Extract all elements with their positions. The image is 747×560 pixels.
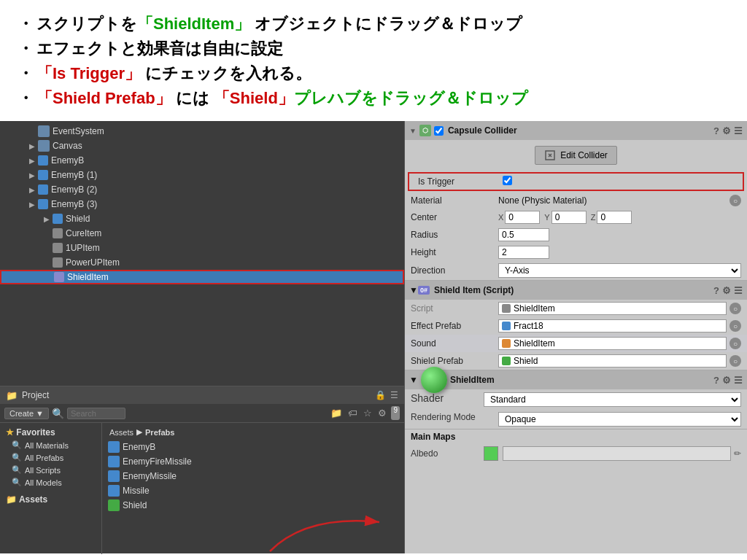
shader-row: Shader Standard [405,389,747,410]
prefab-icon [108,470,120,482]
hierarchy-item-enemyb1[interactable]: ▶ EnemyB (1) [0,168,404,182]
effect-prefab-row: Effect Prefab Fract18 ○ [405,317,747,335]
rendering-mode-label: Rendering Mode [411,412,498,427]
hierarchy-item-enemyb3[interactable]: ▶ EnemyB (3) [0,197,404,211]
material-header-actions: ? ⚙ ☰ [713,375,743,386]
is-trigger-checkbox[interactable] [503,176,512,185]
radius-input[interactable] [498,228,549,241]
hierarchy-item-enemyb[interactable]: ▶ EnemyB [0,153,404,168]
albedo-color-swatch[interactable] [484,446,498,461]
left-panel: EventSystem ▶ Canvas ▶ EnemyB ▶ EnemyB (… [0,121,405,553]
tag-icon[interactable]: 🏷 [347,406,359,420]
pencil-icon[interactable]: ✏ [734,448,741,459]
help-icon[interactable]: ? [713,285,719,296]
collapse-arrow[interactable]: ▼ [409,285,418,295]
fav-item-scripts[interactable]: 🔍 All Scripts [0,464,101,476]
create-button[interactable]: Create ▼ [4,408,49,419]
star-icon[interactable]: ☆ [362,406,374,420]
hierarchy-item-canvas[interactable]: ▶ Canvas [0,139,404,153]
albedo-texture-slot[interactable] [503,446,731,461]
hierarchy-label: ShieldItem [67,272,109,282]
help-icon[interactable]: ? [713,125,719,136]
hierarchy-label: 1UPItem [66,243,100,253]
folder-icon[interactable]: 📁 [329,406,344,420]
hierarchy-label: Canvas [53,141,82,151]
more-icon[interactable]: ☰ [734,125,743,136]
material-picker-button[interactable]: ○ [729,195,741,206]
settings-icon[interactable]: ⚙ [722,125,731,136]
shader-select[interactable]: Standard [484,392,741,407]
collider-enabled-checkbox[interactable] [434,126,444,136]
settings-icon[interactable]: ⚙ [722,285,731,296]
search-icon: 🔍 [12,440,22,450]
y-label: Y [544,213,549,222]
material-value: None (Physic Material) [498,195,727,206]
top-text: スクリプトを「ShieldItem」 オブジェクトにドラッグ＆ドロップ エフェク… [0,0,747,121]
height-input[interactable] [498,246,549,259]
sound-picker-button[interactable]: ○ [729,338,741,349]
center-x-input[interactable] [505,211,540,224]
fav-item-prefabs[interactable]: 🔍 All Prefabs [0,451,101,464]
hierarchy-label: EnemyB (3) [51,199,97,209]
fav-item-materials[interactable]: 🔍 All Materials [0,439,101,451]
hierarchy-item-eventsystem[interactable]: EventSystem [0,124,404,139]
audio-icon [502,339,511,348]
is-trigger-row: Is Trigger [408,172,744,191]
center-z-field: Z [591,211,632,224]
asset-item-enemyfiremissile[interactable]: EnemyFireMissile [108,454,398,469]
fav-item-models[interactable]: 🔍 All Models [0,476,101,489]
sound-ref[interactable]: ShieldItem [498,337,727,350]
more-icon[interactable]: ☰ [734,375,743,386]
project-content: ★ Favorites 🔍 All Materials 🔍 All Prefab… [0,423,404,554]
shield-prefab-picker-button[interactable]: ○ [729,355,741,367]
material-row: Material None (Physic Material) ○ [405,192,747,209]
star-icon: ★ [6,427,14,438]
asset-item-enemyb[interactable]: EnemyB [108,440,398,454]
cube-icon [53,257,63,268]
header-actions: ? ⚙ ☰ [713,125,743,136]
settings-icon[interactable]: ⚙ [376,406,388,420]
favorites-header: ★ Favorites [0,426,101,439]
hierarchy-item-1upitem[interactable]: 1UPItem [0,241,404,255]
center-y-field: Y [544,211,586,224]
prefab-icon [108,456,120,467]
arrow-icon: ▶ [29,186,38,194]
assets-list: EnemyB EnemyFireMissile EnemyMissile [102,438,404,514]
asset-item-enemymissile[interactable]: EnemyMissile [108,469,398,483]
hierarchy-panel: EventSystem ▶ Canvas ▶ EnemyB ▶ EnemyB (… [0,121,404,386]
sound-row: Sound ShieldItem ○ [405,335,747,352]
shield-prefab-label: Shield Prefab [411,356,498,366]
script-picker-button[interactable]: ○ [729,303,741,314]
more-icon[interactable]: ☰ [734,285,743,296]
shield-prefab-ref[interactable]: Shield [498,354,727,368]
menu-icon: ☰ [390,390,398,400]
collapse-arrow[interactable]: ▼ [409,375,418,385]
effect-prefab-picker-button[interactable]: ○ [729,320,741,332]
hierarchy-item-powerupitem[interactable]: PowerUPItem [0,255,404,270]
asset-item-shield[interactable]: Shield [108,498,398,513]
search-input[interactable] [67,408,125,419]
direction-select[interactable]: Y-Axis [498,263,741,278]
assets-section-header: 📁 Assets [0,493,101,506]
cube-blue-icon [38,155,48,166]
edit-collider-button[interactable]: Edit Collider [535,146,617,165]
rendering-mode-row: Rendering Mode Opaque [405,410,747,429]
hierarchy-label: Shield [66,214,90,224]
script-ref[interactable]: ShieldItem [498,302,727,315]
hierarchy-item-cureitem[interactable]: CureItem [0,226,404,241]
collapse-arrow[interactable]: ▼ [409,127,417,135]
hierarchy-item-shielditem[interactable]: ShieldItem [0,270,404,284]
effect-prefab-ref[interactable]: Fract18 [498,319,727,332]
hierarchy-item-shield[interactable]: ▶ Shield [0,211,404,226]
toolbar-icons: 📁 🏷 ☆ ⚙ 9 [329,406,400,420]
rendering-mode-select[interactable]: Opaque [498,412,741,427]
settings-icon[interactable]: ⚙ [722,375,731,386]
main-maps-label: Main Maps [405,429,747,444]
bullet-4-text: 「Shield Prefab」 には 「Shield」プレハブをドラッグ＆ドロッ… [36,88,528,109]
asset-label: Missile [123,486,150,496]
center-y-input[interactable] [551,211,587,224]
help-icon[interactable]: ? [713,375,719,386]
center-z-input[interactable] [597,211,632,224]
hierarchy-item-enemyb2[interactable]: ▶ EnemyB (2) [0,182,404,197]
asset-item-missile[interactable]: Missile [108,483,398,498]
